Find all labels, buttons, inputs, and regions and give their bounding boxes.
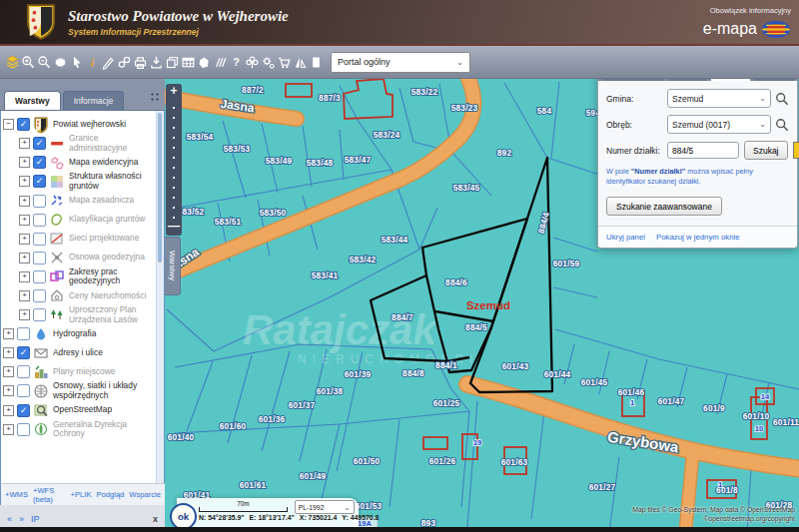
compass-icon[interactable] [292,49,308,75]
layer-row-osnowy-siatki-i-układy-współrz[interactable]: +Osnowy, siatki i układy współrzędnych [3,381,156,400]
layer-checkbox[interactable] [33,270,46,283]
layer-checkbox[interactable] [33,252,46,265]
expand-node-icon[interactable]: + [19,176,30,187]
layers-side-tab[interactable]: Warstwy [165,237,181,295]
search-button[interactable]: Szukaj [744,141,788,160]
zoom-slider[interactable] [166,99,182,221]
parcel-number-input[interactable] [667,142,739,159]
expand-node-icon[interactable]: + [19,196,30,207]
layer-checkbox[interactable] [33,233,46,246]
layer-row-ceny-nieruchomości[interactable]: +Ceny Nieruchomości [3,286,156,305]
collapse-panel-icon[interactable] [150,92,161,103]
gmina-select[interactable]: Szemud ⌄ [667,89,771,108]
zoom-out-button[interactable]: — [166,221,182,236]
table-icon[interactable] [180,49,196,75]
layer-row-mapa-zasadnicza[interactable]: +Mapa zasadnicza [3,192,156,211]
page-icon[interactable] [308,49,324,75]
expand-node-icon[interactable]: + [3,424,14,435]
layer-checkbox[interactable] [17,423,30,436]
collapse-node-icon[interactable]: − [3,119,14,130]
footer-link-0[interactable]: +WMS [5,490,28,499]
info-icon[interactable]: i [84,49,100,75]
close-icon[interactable]: x [153,514,158,524]
layer-checkbox[interactable]: ✓ [33,156,46,169]
footer-link-4[interactable]: Wsparcie [129,490,161,499]
zoom-out-icon[interactable] [36,49,52,75]
single-window-link[interactable]: Pokazuj w jednym oknie [656,233,740,242]
link-icon[interactable] [116,49,132,75]
layer-row-powiat-wejherowski[interactable]: −✓Powiat wejherowski [3,115,156,134]
obreb-select[interactable]: Szemud (0017) ⌄ [667,115,771,134]
expand-node-icon[interactable]: + [3,347,14,358]
layer-row-plany-miejscowe[interactable]: +Plany miejscowe [3,362,156,381]
expand-node-icon[interactable]: + [3,366,14,377]
layer-row-zakresy-prac-geodezyjnych[interactable]: +Zakresy prac geodezyjnych [3,267,156,286]
layer-checkbox[interactable] [33,289,46,302]
nav-next-icon[interactable]: » [19,514,24,524]
settings-icon[interactable] [260,49,276,75]
measure-icon[interactable] [212,49,228,75]
layer-row-struktura-własności-gruntów[interactable]: +✓Struktura własności gruntów [3,172,156,191]
expand-node-icon[interactable]: + [19,215,30,226]
download-icon[interactable] [148,49,164,75]
search-icon[interactable] [775,92,789,106]
tree-scrollbar[interactable] [156,111,164,483]
draw-icon[interactable] [100,49,116,75]
expand-node-icon[interactable]: + [19,234,30,245]
style-swatch-icon[interactable] [793,142,799,159]
layer-row-mapa-ewidencyjna[interactable]: +✓Mapa ewidencyjna [3,153,156,172]
advanced-search-button[interactable]: Szukanie zaawansowane [606,197,722,216]
layer-row-openstreetmap[interactable]: +✓OpenStreetMap [3,401,156,420]
expand-node-icon[interactable]: + [19,157,30,168]
pointer-icon[interactable] [68,49,84,75]
expand-node-icon[interactable]: + [19,309,30,320]
tab-informacje[interactable]: Informacje [63,91,125,110]
emapa-logo[interactable]: e-mapa [703,20,757,38]
layer-checkbox[interactable]: ✓ [17,118,30,131]
search-icon[interactable] [775,118,789,132]
layer-checkbox[interactable]: ✓ [17,346,30,359]
footer-link-3[interactable]: Podgląd [96,490,124,499]
expand-node-icon[interactable]: + [3,405,14,416]
expand-node-icon[interactable]: + [19,271,30,282]
layer-row-hydrografia[interactable]: +Hydrografia [3,324,156,343]
layer-row-generalna-dyrekcja-ochrony[interactable]: +Generalna Dyrekcja Ochrony [3,420,156,439]
layer-checkbox[interactable] [33,308,46,321]
layer-checkbox[interactable] [17,365,30,378]
expand-node-icon[interactable]: + [19,253,30,264]
expand-node-icon[interactable]: + [19,290,30,301]
layer-row-klasyfikacja-gruntów[interactable]: +Klasyfikacja gruntów [3,211,156,230]
help-icon[interactable]: ? [228,49,244,75]
layer-row-granice-administracyjne[interactable]: +✓Granice administracyjne [3,134,156,153]
attribution-link[interactable]: ©openstreetmap.org/copyright [632,514,795,524]
layer-row-osnowa-geodezyjna[interactable]: +Osnowa geodezyjna [3,249,156,267]
layers-icon[interactable] [4,49,20,75]
polygon-icon[interactable] [196,49,212,75]
tab-warstwy[interactable]: Warstwy [4,91,61,110]
layer-checkbox[interactable]: ✓ [17,404,30,417]
layer-row-uproszczony-plan-urządzenia-la[interactable]: +Uproszczony Plan Urządzenia Lasów [3,305,156,324]
nav-prev-icon[interactable]: « [7,514,12,524]
cart-icon[interactable] [276,49,292,75]
footer-link-1[interactable]: +WFS (beta) [33,486,66,504]
portal-select[interactable]: Portal ogólny ⌄ [331,52,470,73]
expand-node-icon[interactable]: + [3,328,14,339]
footer-link-2[interactable]: +PLIK [71,490,92,499]
layer-checkbox[interactable]: ✓ [33,137,46,150]
info-obligation-link[interactable]: Obowiązek informacyjny [703,6,791,15]
zoom-in-button[interactable]: + [166,84,182,99]
layer-row-sieci-projektowane[interactable]: +Sieci projektowane [3,230,156,249]
layer-checkbox[interactable] [33,195,46,208]
crs-select[interactable]: PL-1992 ⌄ [295,500,355,514]
layer-checkbox[interactable] [17,384,30,397]
layer-checkbox[interactable] [33,214,46,227]
expand-node-icon[interactable]: + [3,385,14,396]
zoom-in-icon[interactable] [20,49,36,75]
expand-node-icon[interactable]: + [19,138,30,149]
layer-checkbox[interactable] [17,327,30,340]
select-area-icon[interactable] [52,49,68,75]
layer-checkbox[interactable]: ✓ [33,175,46,188]
print-icon[interactable] [132,49,148,75]
layer-row-adresy-i-ulice[interactable]: +✓Adresy i ulice [3,343,156,362]
hide-panel-link[interactable]: Ukryj panel [606,233,645,242]
